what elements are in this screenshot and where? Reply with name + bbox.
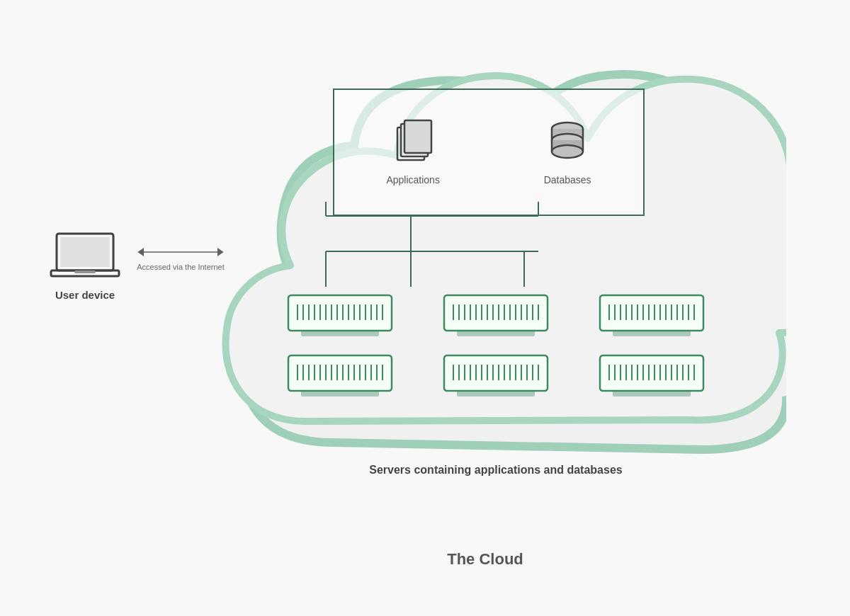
- server-1: [269, 294, 411, 340]
- databases-label: Databases: [544, 174, 591, 186]
- svg-rect-127: [60, 237, 110, 267]
- svg-rect-2: [404, 120, 431, 153]
- svg-rect-35: [301, 331, 379, 336]
- servers-description: Servers containing applications and data…: [248, 464, 744, 477]
- server-grid: [262, 287, 730, 407]
- applications-item: Applications: [386, 119, 440, 186]
- svg-rect-53: [457, 331, 535, 336]
- svg-marker-132: [217, 248, 224, 256]
- bidirectional-arrow: [128, 243, 234, 261]
- svg-rect-129: [74, 270, 96, 273]
- svg-rect-89: [301, 391, 379, 397]
- server-2: [425, 294, 567, 340]
- user-device: User device: [50, 230, 120, 301]
- svg-rect-125: [613, 391, 691, 397]
- svg-rect-107: [457, 391, 535, 397]
- svg-point-7: [552, 145, 583, 158]
- svg-marker-130: [137, 248, 144, 256]
- server-3: [581, 294, 722, 340]
- svg-rect-71: [613, 331, 691, 336]
- applications-label: Applications: [386, 174, 440, 186]
- diagram-container: Applications Databases: [35, 18, 815, 598]
- app-db-box: Applications Databases: [333, 89, 645, 216]
- internet-arrow: Accessed via the Internet: [128, 243, 234, 271]
- server-5: [425, 354, 567, 400]
- databases-icon: [545, 119, 591, 169]
- server-6: [581, 354, 722, 400]
- cloud-label: The Cloud: [447, 550, 523, 569]
- laptop-icon: [50, 230, 120, 283]
- server-4: [269, 354, 411, 400]
- databases-item: Databases: [544, 119, 591, 186]
- access-label: Accessed via the Internet: [137, 263, 225, 271]
- applications-icon: [392, 119, 434, 169]
- user-device-label: User device: [55, 289, 115, 301]
